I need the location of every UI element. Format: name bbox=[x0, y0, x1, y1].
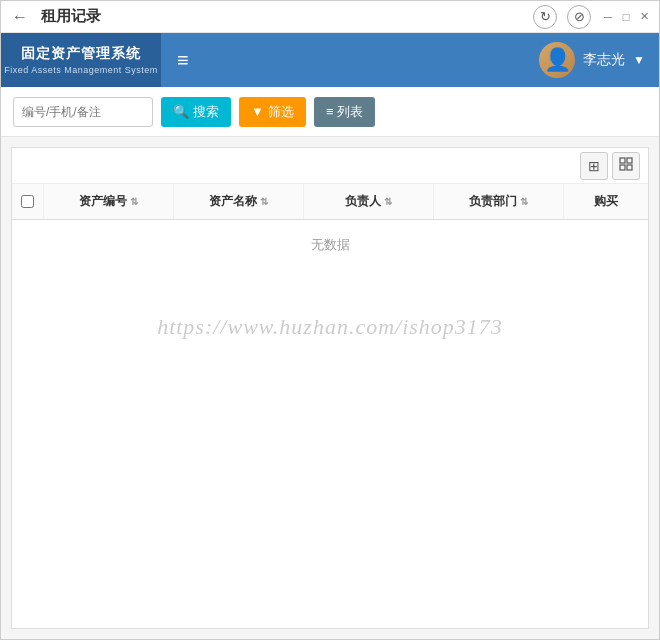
nav-right: 李志光 ▼ bbox=[539, 42, 645, 78]
svg-rect-3 bbox=[627, 165, 632, 170]
grid-view-button[interactable]: ⊞ bbox=[580, 152, 608, 180]
main-window: ← 租用记录 ↻ ⊘ ─ □ ✕ 固定资产管理系统 Fixed Assets M… bbox=[0, 0, 660, 640]
menu-icon[interactable]: ≡ bbox=[177, 49, 189, 72]
nav-dropdown-icon[interactable]: ▼ bbox=[633, 53, 645, 67]
title-bar: ← 租用记录 ↻ ⊘ ─ □ ✕ bbox=[1, 1, 659, 33]
th-responsible-person: 负责人 ⇅ bbox=[304, 184, 434, 219]
list-icon: ≡ bbox=[326, 104, 334, 119]
window-close-button[interactable]: ✕ bbox=[637, 10, 651, 24]
title-bar-left: ← 租用记录 bbox=[9, 6, 101, 28]
page-title: 租用记录 bbox=[41, 7, 101, 26]
th-checkbox bbox=[12, 184, 44, 219]
search-icon: 🔍 bbox=[173, 104, 189, 119]
filter-icon: ▼ bbox=[251, 104, 264, 119]
table-icon bbox=[619, 157, 633, 174]
avatar bbox=[539, 42, 575, 78]
maximize-button[interactable]: □ bbox=[619, 10, 633, 24]
sort-icon-1[interactable]: ⇅ bbox=[260, 196, 268, 207]
th-asset-code: 资产编号 ⇅ bbox=[44, 184, 174, 219]
table-container: ⊞ bbox=[11, 147, 649, 629]
svg-rect-2 bbox=[620, 165, 625, 170]
brand-subtitle: Fixed Assets Management System bbox=[4, 65, 158, 75]
nav-bar: 固定资产管理系统 Fixed Assets Management System … bbox=[1, 33, 659, 87]
toolbar: 🔍 搜索 ▼ 筛选 ≡ 列表 bbox=[1, 87, 659, 137]
th-purchase: 购买 bbox=[564, 184, 648, 219]
sort-icon-0[interactable]: ⇅ bbox=[130, 196, 138, 207]
minimize-button[interactable]: ─ bbox=[601, 10, 615, 24]
watermark: https://www.huzhan.com/ishop3173 bbox=[157, 314, 503, 340]
select-all-checkbox[interactable] bbox=[21, 195, 34, 208]
no-data-label: 无数据 bbox=[311, 236, 350, 254]
brand-title: 固定资产管理系统 bbox=[21, 45, 141, 63]
grid-icon: ⊞ bbox=[588, 158, 600, 174]
th-department: 负责部门 ⇅ bbox=[434, 184, 564, 219]
th-asset-name: 资产名称 ⇅ bbox=[174, 184, 304, 219]
sort-icon-3[interactable]: ⇅ bbox=[520, 196, 528, 207]
svg-rect-1 bbox=[627, 158, 632, 163]
list-button[interactable]: ≡ 列表 bbox=[314, 97, 376, 127]
table-header: 资产编号 ⇅ 资产名称 ⇅ 负责人 ⇅ 负责部门 ⇅ 购买 bbox=[12, 184, 648, 220]
search-button[interactable]: 🔍 搜索 bbox=[161, 97, 231, 127]
sort-icon-2[interactable]: ⇅ bbox=[384, 196, 392, 207]
search-input[interactable] bbox=[13, 97, 153, 127]
table-body: 无数据 https://www.huzhan.com/ishop3173 bbox=[12, 220, 648, 628]
svg-rect-0 bbox=[620, 158, 625, 163]
nav-username: 李志光 bbox=[583, 51, 625, 69]
close-circle-button[interactable]: ⊘ bbox=[567, 5, 591, 29]
refresh-button[interactable]: ↻ bbox=[533, 5, 557, 29]
filter-button[interactable]: ▼ 筛选 bbox=[239, 97, 306, 127]
nav-brand: 固定资产管理系统 Fixed Assets Management System bbox=[1, 33, 161, 87]
table-toolbar: ⊞ bbox=[12, 148, 648, 184]
back-button[interactable]: ← bbox=[9, 6, 31, 28]
table-view-button[interactable] bbox=[612, 152, 640, 180]
window-controls: ─ □ ✕ bbox=[601, 10, 651, 24]
title-bar-right: ↻ ⊘ ─ □ ✕ bbox=[533, 5, 651, 29]
content-area: ⊞ bbox=[1, 137, 659, 639]
